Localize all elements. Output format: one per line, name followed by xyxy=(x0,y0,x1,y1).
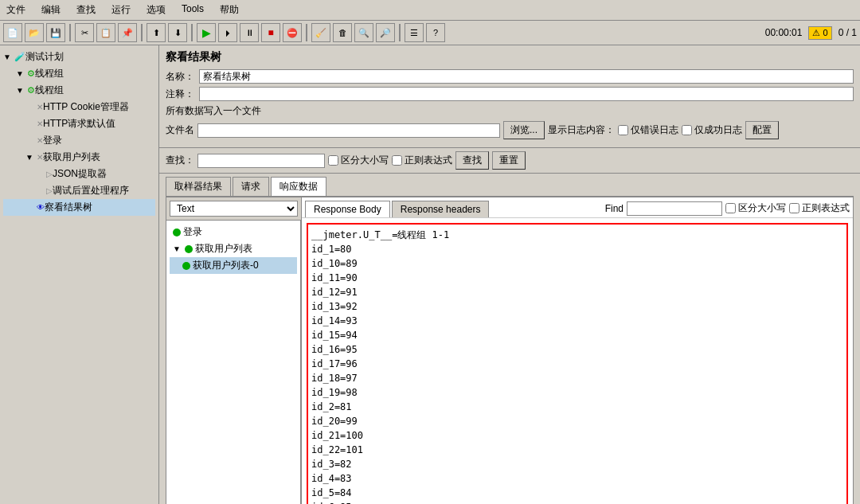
open-button[interactable]: 📂 xyxy=(25,23,44,42)
search2-button[interactable]: 🔎 xyxy=(376,23,395,42)
menu-run[interactable]: 运行 xyxy=(108,2,134,18)
clear-all-button[interactable]: 🗑 xyxy=(333,23,352,42)
response-search-input[interactable] xyxy=(627,201,722,216)
response-line-17: id_4=83 xyxy=(311,471,843,486)
tab-request[interactable]: 请求 xyxy=(233,177,269,196)
tree-item-get-user[interactable]: ▼ ✕ 获取用户列表 xyxy=(3,149,155,166)
tree-label-view-results: 察看结果树 xyxy=(45,201,92,214)
response-line-12: id_2=81 xyxy=(311,400,843,414)
menu-options[interactable]: 选项 xyxy=(143,2,169,18)
copy-button[interactable]: 📋 xyxy=(96,23,115,42)
get-user-0-status-dot xyxy=(182,262,190,270)
placeholder-1: ▷ xyxy=(25,103,35,112)
menu-edit[interactable]: 编辑 xyxy=(38,2,64,18)
placeholder-5: ▷ xyxy=(35,186,45,196)
tree-item-thread2[interactable]: ▼ ⚙ 线程组 xyxy=(3,82,155,99)
paste-button[interactable]: 📌 xyxy=(118,23,137,42)
menu-file[interactable]: 文件 xyxy=(3,2,29,18)
comment-input[interactable] xyxy=(199,87,854,101)
tree-item-thread1[interactable]: ▼ ⚙ 线程组 xyxy=(3,65,155,82)
tree-panel: ▼ 🧪 测试计划 ▼ ⚙ 线程组 ▼ ⚙ 线程组 ▷ ✕ HTTP Cookie… xyxy=(0,45,159,504)
response-find-row: Find 区分大小写 正则表达式 xyxy=(605,201,850,217)
json-extractor-icon: ▷ xyxy=(46,170,53,178)
run-button[interactable]: ▶ xyxy=(197,23,216,42)
tree-item-login[interactable]: ▷ ✕ 登录 xyxy=(3,132,155,149)
response-line-15: id_22=101 xyxy=(311,443,843,457)
resp-regex-check[interactable] xyxy=(789,203,799,213)
tree-label-thread2: 线程组 xyxy=(35,84,64,97)
search-input[interactable] xyxy=(197,154,325,168)
regex-text: 正则表达式 xyxy=(405,154,452,167)
regex-label: 正则表达式 xyxy=(392,154,452,167)
stop-button[interactable]: ■ xyxy=(261,23,280,42)
plan-icon: 🧪 xyxy=(14,52,25,62)
tree-item-debug-post[interactable]: ▷ ▷ 调试后置处理程序 xyxy=(3,182,155,199)
tree-label-get-user: 获取用户列表 xyxy=(43,150,100,164)
menu-tools[interactable]: Tools xyxy=(178,2,207,18)
tree-item-http-default[interactable]: ▷ ✕ HTTP请求默认值 xyxy=(3,115,155,132)
toolbar: 📄 📂 💾 ✂ 📋 📌 ⬆ ⬇ ▶ ⏵ ⏸ ■ ⛔ 🧹 🗑 🔍 🔎 ☰ ? 00… xyxy=(0,21,860,45)
tree-label-debug-post: 调试后置处理程序 xyxy=(53,184,129,197)
response-line-9: id_17=96 xyxy=(311,357,843,371)
text-dropdown: TextRegExp TesterCSS/JQuery TesterXPath … xyxy=(166,197,301,221)
sampler-area: 取样器结果 请求 响应数据 TextRegExp TesterCSS/JQuer… xyxy=(159,174,860,504)
tree-item-view-results[interactable]: ▷ 👁 察看结果树 xyxy=(3,199,155,216)
clear-button[interactable]: 🧹 xyxy=(311,23,330,42)
tree-item-http-cookie[interactable]: ▷ ✕ HTTP Cookie管理器 xyxy=(3,99,155,115)
text-select[interactable]: TextRegExp TesterCSS/JQuery TesterXPath … xyxy=(170,201,298,217)
expand-icon-plan[interactable]: ▼ xyxy=(3,53,13,62)
menu-help[interactable]: 帮助 xyxy=(217,2,242,18)
response-line-14: id_21=100 xyxy=(311,428,843,443)
file-input[interactable] xyxy=(197,123,500,138)
get-user-status-dot xyxy=(185,245,193,253)
tab-response-body[interactable]: Response Body xyxy=(305,201,390,217)
placeholder-6: ▷ xyxy=(25,203,35,213)
find-label: Find xyxy=(605,203,624,214)
thread1-icon: ⚙ xyxy=(27,68,35,79)
expand-icon-thread1[interactable]: ▼ xyxy=(16,69,25,79)
regex-check[interactable] xyxy=(392,155,402,166)
config-button[interactable]: 配置 xyxy=(745,121,779,139)
tab-response-headers[interactable]: Response headers xyxy=(392,201,490,217)
expand-icon-get-user[interactable]: ▼ xyxy=(25,153,35,162)
response-line-1: id_1=80 xyxy=(311,242,843,256)
tab-response-data[interactable]: 响应数据 xyxy=(271,177,326,196)
only-success-check[interactable] xyxy=(682,125,692,135)
case-sensitive-check[interactable] xyxy=(328,155,338,166)
pause-button[interactable]: ⏸ xyxy=(240,23,259,42)
run-no-pause[interactable]: ⏵ xyxy=(218,23,237,42)
response-line-2: id_10=89 xyxy=(311,256,843,271)
search-toolbar-button[interactable]: 🔍 xyxy=(354,23,373,42)
split-view: TextRegExp TesterCSS/JQuery TesterXPath … xyxy=(166,197,854,504)
debug-post-icon: ▷ xyxy=(46,186,53,195)
result-item-get-user-0[interactable]: 获取用户列表-0 xyxy=(170,257,297,274)
stop-now-button[interactable]: ⛔ xyxy=(283,23,302,42)
get-user-icon: ✕ xyxy=(37,153,43,162)
result-item-get-user[interactable]: ▼ 获取用户列表 xyxy=(170,240,297,257)
comment-row: 注释： xyxy=(166,87,854,101)
menu-find[interactable]: 查找 xyxy=(73,2,99,18)
new-button[interactable]: 📄 xyxy=(3,23,22,42)
http-default-icon: ✕ xyxy=(37,119,43,128)
save-button[interactable]: 💾 xyxy=(46,23,65,42)
tree-label-thread1: 线程组 xyxy=(35,67,64,80)
collapse-button[interactable]: ⬇ xyxy=(168,23,187,42)
only-error-text: 仅错误日志 xyxy=(631,123,678,137)
name-input[interactable] xyxy=(199,69,854,84)
help-toolbar-button[interactable]: ? xyxy=(426,23,445,42)
tree-item-json-extractor[interactable]: ▷ ▷ JSON提取器 xyxy=(3,166,155,182)
tree-item-test-plan[interactable]: ▼ 🧪 测试计划 xyxy=(3,49,155,65)
warning-badge: ⚠ 0 xyxy=(808,26,831,40)
cut-button[interactable]: ✂ xyxy=(75,23,94,42)
browse-button[interactable]: 浏览... xyxy=(503,121,545,139)
tab-sampler-result[interactable]: 取样器结果 xyxy=(166,177,231,196)
find-button[interactable]: 查找 xyxy=(455,151,489,170)
expand-button[interactable]: ⬆ xyxy=(147,23,166,42)
list-button[interactable]: ☰ xyxy=(405,23,424,42)
expand-get-user[interactable]: ▼ xyxy=(173,244,181,253)
result-item-login[interactable]: 登录 xyxy=(170,224,297,240)
only-error-check[interactable] xyxy=(618,125,628,135)
reset-button[interactable]: 重置 xyxy=(492,151,526,170)
resp-case-check[interactable] xyxy=(725,203,736,213)
expand-icon-thread2[interactable]: ▼ xyxy=(16,86,25,96)
